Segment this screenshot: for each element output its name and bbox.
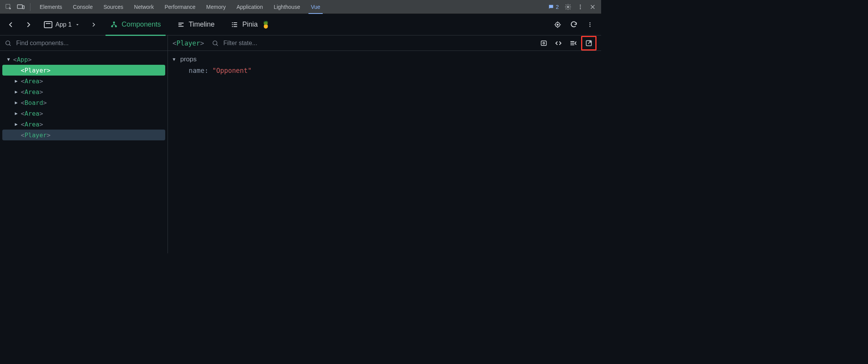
messages-count: 2 (556, 4, 559, 10)
open-in-editor-button[interactable] (581, 36, 597, 51)
nav-forward-button[interactable] (21, 17, 35, 32)
tree-node-area[interactable]: ▶<Area> (2, 86, 165, 97)
settings-icon[interactable] (563, 2, 573, 12)
component-tag: <Area> (21, 121, 43, 128)
component-tag: <App> (13, 56, 32, 63)
svg-point-4 (580, 5, 581, 6)
tree-node-area[interactable]: ▶<Area> (2, 76, 165, 86)
scroll-to-component-icon[interactable] (537, 37, 550, 50)
devtools-tab-console[interactable]: Console (67, 0, 98, 14)
tab-label: Pinia (242, 20, 258, 29)
kebab-menu-icon[interactable] (575, 2, 586, 12)
svg-point-16 (213, 41, 217, 45)
component-tag: <Board> (21, 99, 47, 106)
kebab-menu-icon[interactable] (583, 17, 597, 32)
component-tag: <Player> (21, 67, 50, 74)
props-list: name:"Opponent" (172, 65, 597, 76)
separator (30, 3, 30, 11)
component-tree-pane: ▼<App><Player>▶<Area>▶<Area>▶<Board>▶<Ar… (0, 51, 168, 253)
svg-point-8 (111, 25, 112, 27)
component-tree: ▼<App><Player>▶<Area>▶<Area>▶<Board>▶<Ar… (2, 54, 165, 140)
prop-key: name (189, 67, 204, 74)
svg-point-15 (6, 41, 10, 45)
filter-row: <Player> (0, 35, 601, 51)
pineapple-icon: 🍍 (261, 20, 270, 29)
tab-label: Timeline (189, 20, 214, 29)
tree-node-area[interactable]: ▶<Area> (2, 108, 165, 119)
target-icon[interactable] (550, 17, 565, 32)
svg-point-12 (590, 22, 591, 24)
device-toolbar-icon[interactable] (15, 2, 26, 12)
tree-node-app[interactable]: ▼<App> (2, 54, 165, 65)
chevron-down-icon (75, 22, 80, 27)
devtools-tab-network[interactable]: Network (129, 0, 159, 14)
svg-point-6 (580, 8, 581, 9)
component-tag: <Area> (21, 78, 43, 85)
inspect-dom-icon[interactable] (566, 37, 580, 50)
svg-point-3 (567, 6, 569, 8)
svg-rect-2 (23, 5, 24, 8)
tab-timeline[interactable]: Timeline (170, 14, 221, 35)
expand-arrow-icon[interactable]: ▶ (13, 78, 19, 84)
expand-arrow-icon[interactable]: ▶ (13, 111, 19, 116)
prop-row-name[interactable]: name:"Opponent" (172, 65, 597, 76)
svg-point-13 (590, 24, 591, 25)
component-tag: <Area> (21, 110, 43, 117)
tab-components[interactable]: Components (103, 14, 168, 35)
messages-button[interactable]: 2 (546, 2, 561, 12)
components-icon (110, 21, 118, 29)
devtools-tab-application[interactable]: Application (231, 0, 268, 14)
devtools-tab-memory[interactable]: Memory (201, 0, 231, 14)
nav-back-button[interactable] (4, 17, 18, 32)
svg-point-18 (543, 42, 545, 44)
inspect-element-icon[interactable] (3, 2, 14, 12)
expand-arrow-icon[interactable]: ▶ (13, 100, 19, 105)
devtools-tab-elements[interactable]: Elements (34, 0, 67, 14)
search-icon (5, 40, 12, 47)
devtools-tab-sources[interactable]: Sources (98, 0, 129, 14)
expand-arrow-icon[interactable]: ▶ (13, 121, 19, 127)
filter-state-input[interactable] (223, 39, 533, 47)
timeline-icon (177, 21, 185, 29)
pinia-list-icon (231, 21, 238, 29)
prop-value: "Opponent" (212, 67, 251, 74)
expand-arrow-icon[interactable]: ▶ (13, 89, 19, 94)
tree-node-player[interactable]: <Player> (2, 65, 165, 76)
tree-node-player[interactable]: <Player> (2, 130, 165, 140)
collapse-arrow-icon: ▼ (172, 57, 177, 62)
tree-node-area[interactable]: ▶<Area> (2, 119, 165, 130)
app-icon (44, 21, 52, 28)
app-selector-label: App 1 (55, 21, 72, 28)
main-split: ▼<App><Player>▶<Area>▶<Area>▶<Board>▶<Ar… (0, 51, 601, 253)
app-selector[interactable]: App 1 (40, 17, 84, 32)
component-tag: <Area> (21, 88, 43, 96)
devtools-tabs: ElementsConsoleSourcesNetworkPerformance… (34, 0, 326, 14)
devtools-tab-lighthouse[interactable]: Lighthouse (268, 0, 306, 14)
state-group-label: props (180, 56, 197, 63)
svg-point-7 (113, 22, 114, 23)
svg-point-9 (115, 25, 116, 27)
vue-devtools-bar: App 1 Components Timeline Pinia 🍍 (0, 14, 601, 35)
svg-rect-1 (17, 5, 22, 8)
refresh-icon[interactable] (566, 17, 581, 32)
tab-pinia[interactable]: Pinia 🍍 (224, 14, 277, 35)
breadcrumb-chevron-icon (86, 17, 101, 32)
svg-point-5 (580, 6, 581, 7)
find-components-input[interactable] (15, 39, 163, 47)
svg-rect-17 (541, 41, 546, 46)
close-icon[interactable] (587, 2, 598, 12)
tab-label: Components (122, 20, 161, 29)
svg-point-11 (557, 24, 558, 25)
devtools-tab-performance[interactable]: Performance (159, 0, 201, 14)
search-icon (212, 40, 219, 47)
show-render-code-icon[interactable] (552, 37, 565, 50)
component-tag: <Player> (21, 131, 50, 139)
devtools-tab-vue[interactable]: Vue (305, 0, 325, 14)
collapse-arrow-icon[interactable]: ▼ (5, 57, 12, 62)
state-group-header[interactable]: ▼ props (172, 54, 597, 65)
tree-node-board[interactable]: ▶<Board> (2, 97, 165, 108)
devtools-top-bar: ElementsConsoleSourcesNetworkPerformance… (0, 0, 601, 14)
selected-component-breadcrumb: <Player> (173, 39, 204, 47)
svg-point-14 (590, 26, 591, 27)
state-pane: ▼ props name:"Opponent" (168, 51, 601, 253)
